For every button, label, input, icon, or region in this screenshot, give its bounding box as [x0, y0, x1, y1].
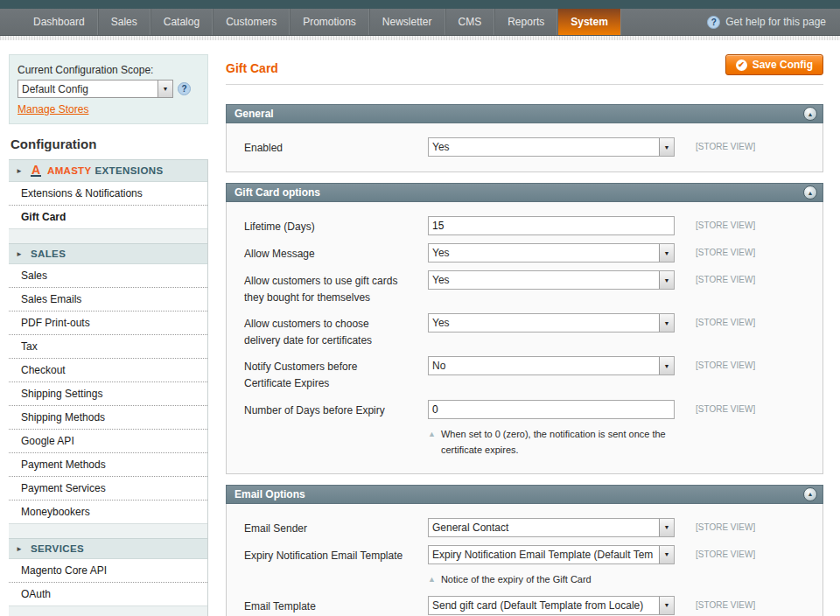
dropdown-button[interactable]: ▼: [659, 357, 674, 374]
configuration-heading: Configuration: [10, 136, 208, 151]
save-config-button[interactable]: ✔ Save Config: [725, 54, 823, 75]
config-scope-value: Default Config: [18, 83, 158, 95]
input-number-of-days-before-expiry[interactable]: [428, 400, 675, 419]
section-header[interactable]: Gift Card options▲: [226, 183, 823, 202]
sidebar-item-checkout[interactable]: Checkout: [9, 359, 207, 382]
select-value: Yes: [429, 247, 659, 259]
field-control: Expiry Notification Email Template (Defa…: [428, 545, 675, 588]
sidebar-list: Extensions & NotificationsGift Card: [9, 182, 207, 229]
sidebar-section-title: AMASTY: [47, 165, 91, 176]
input-lifetime-days[interactable]: [428, 216, 675, 235]
section-header[interactable]: General▲: [226, 104, 823, 123]
nav-item-dashboard[interactable]: Dashboard: [21, 9, 98, 35]
sidebar-item-sales-emails[interactable]: Sales Emails: [9, 288, 207, 312]
dropdown-button[interactable]: ▼: [659, 244, 674, 262]
nav-item-cms[interactable]: CMS: [445, 9, 495, 35]
section-body: Email SenderGeneral Contact▼[STORE VIEW]…: [226, 504, 823, 616]
section-title: General: [234, 108, 274, 120]
sidebar-item-sales[interactable]: Sales: [9, 264, 207, 288]
field-control: General Contact▼: [428, 518, 675, 537]
nav-item-system[interactable]: System: [557, 9, 621, 35]
select-allow-customers-to-use-gift-cards[interactable]: Yes▼: [428, 270, 675, 290]
sidebar-spacer: [9, 606, 207, 616]
section-body: Lifetime (Days)[STORE VIEW]Allow Message…: [226, 202, 823, 474]
sidebar-item-pdf-print-outs[interactable]: PDF Print-outs: [9, 312, 207, 335]
select-expiry-notification-email-template[interactable]: Expiry Notification Email Template (Defa…: [428, 545, 675, 564]
sidebar-group: ►SALESSalesSales EmailsPDF Print-outsTax…: [9, 243, 207, 524]
select-allow-message[interactable]: Yes▼: [428, 243, 675, 262]
nav-item-sales[interactable]: Sales: [98, 9, 150, 35]
dropdown-button[interactable]: ▼: [659, 138, 674, 156]
check-circle-icon: ✔: [736, 60, 747, 71]
page-title: Gift Card: [226, 54, 278, 75]
sidebar-item-gift-card[interactable]: Gift Card: [9, 206, 207, 229]
chevron-down-icon: ▼: [664, 144, 670, 150]
field-control: [428, 216, 675, 235]
dropdown-button[interactable]: ▼: [158, 80, 172, 97]
form-row: Lifetime (Days)[STORE VIEW]: [244, 216, 814, 235]
dropdown-button[interactable]: ▼: [659, 271, 674, 289]
sidebar-item-moneybookers[interactable]: Moneybookers: [9, 500, 207, 524]
dropdown-button[interactable]: ▼: [659, 314, 674, 332]
sidebar-section-title-secondary: EXTENSIONS: [94, 165, 163, 176]
top-dark-strip: [0, 0, 840, 9]
field-label: Allow customers to use gift cards they b…: [244, 270, 424, 305]
scope-label: [STORE VIEW]: [696, 400, 755, 414]
sidebar-section-header-sales[interactable]: ►SALES: [9, 243, 207, 264]
sidebar-item-oauth[interactable]: OAuth: [9, 583, 207, 606]
collapse-button[interactable]: ▲: [803, 107, 817, 121]
form-row: Expiry Notification Email TemplateExpiry…: [244, 545, 814, 588]
section-title: Email Options: [234, 488, 305, 500]
scope-label: [STORE VIEW]: [696, 270, 755, 284]
nav-item-customers[interactable]: Customers: [213, 9, 290, 35]
sidebar-item-payment-methods[interactable]: Payment Methods: [9, 453, 207, 477]
sidebar-spacer: [9, 524, 207, 538]
sidebar-group: ►AAMASTYEXTENSIONSExtensions & Notificat…: [9, 159, 207, 229]
dropdown-button[interactable]: ▼: [659, 546, 674, 564]
sidebar-item-payment-services[interactable]: Payment Services: [9, 477, 207, 500]
form-row: Allow customers to use gift cards they b…: [244, 270, 814, 305]
collapse-button[interactable]: ▲: [803, 186, 817, 200]
sidebar-spacer: [9, 229, 207, 243]
sidebar-item-google-api[interactable]: Google API: [9, 430, 207, 453]
section-body: EnabledYes▼[STORE VIEW]: [226, 123, 823, 172]
nav-item-reports[interactable]: Reports: [494, 9, 557, 35]
scope-label: [STORE VIEW]: [696, 313, 755, 327]
field-label: Notify Customers before Certificate Expi…: [244, 356, 424, 391]
scope-help-icon[interactable]: ?: [178, 82, 191, 95]
dropdown-button[interactable]: ▼: [659, 519, 674, 536]
scope-label: [STORE VIEW]: [696, 596, 755, 610]
collapse-button[interactable]: ▲: [803, 487, 817, 501]
select-email-template[interactable]: Send gift card (Default Template from Lo…: [428, 596, 675, 615]
select-notify-customers-before[interactable]: No▼: [428, 356, 675, 375]
sidebar-item-shipping-methods[interactable]: Shipping Methods: [9, 406, 207, 430]
sidebar-item-shipping-settings[interactable]: Shipping Settings: [9, 382, 207, 406]
top-nav: DashboardSalesCatalogCustomersPromotions…: [0, 9, 840, 36]
form-row: Number of Days before Expiry▲When set to…: [244, 400, 814, 458]
config-sections: General▲EnabledYes▼[STORE VIEW]Gift Card…: [226, 104, 823, 616]
section-header[interactable]: Email Options▲: [226, 485, 823, 504]
select-email-sender[interactable]: General Contact▼: [428, 518, 675, 537]
nav-item-catalog[interactable]: Catalog: [150, 9, 213, 35]
nav-item-promotions[interactable]: Promotions: [290, 9, 369, 35]
dropdown-button[interactable]: ▼: [659, 597, 674, 614]
chevron-down-icon: ▼: [664, 320, 670, 326]
sidebar-section-header-services[interactable]: ►SERVICES: [9, 538, 207, 559]
field-control: Yes▼: [428, 243, 675, 262]
form-row: Email SenderGeneral Contact▼[STORE VIEW]: [244, 518, 814, 537]
form-row: Allow customers to choose delivery date …: [244, 313, 814, 348]
sidebar-item-tax[interactable]: Tax: [9, 335, 207, 359]
chevron-down-icon: ▼: [664, 250, 670, 256]
select-enabled[interactable]: Yes▼: [428, 137, 675, 157]
sidebar-section-header-amasty[interactable]: ►AAMASTYEXTENSIONS: [9, 159, 207, 182]
nav-item-newsletter[interactable]: Newsletter: [369, 9, 445, 35]
get-help-link[interactable]: ? Get help for this page: [707, 9, 840, 35]
field-label: Email Sender: [244, 518, 424, 537]
chevron-down-icon: ▼: [664, 524, 670, 530]
sidebar-item-extensions-notifications[interactable]: Extensions & Notifications: [9, 182, 207, 206]
manage-stores-link[interactable]: Manage Stores: [18, 103, 88, 116]
config-scope-select[interactable]: Default Config ▼: [18, 80, 173, 98]
sidebar-item-magento-core-api[interactable]: Magento Core API: [9, 559, 207, 583]
sidebar-section-title: SALES: [31, 248, 66, 259]
select-allow-customers-to-choose[interactable]: Yes▼: [428, 313, 675, 332]
